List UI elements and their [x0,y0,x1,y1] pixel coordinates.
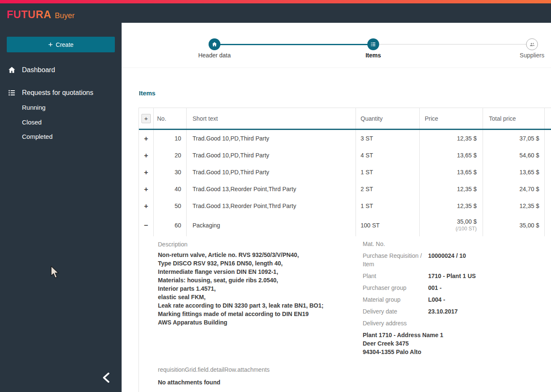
delivery-address-line: Plant 1710 - Address Name 1 [363,331,548,339]
detail-field-row: Delivery date23.10.2017 [363,307,548,316]
item-detail-panel: Description Non-return valve, Article no… [139,236,551,392]
field-value: 10000024 / 10 [428,251,466,268]
row-expander-cell: + [139,164,154,181]
cell-no: 10 [154,130,187,147]
expand-row-button[interactable]: + [144,169,148,176]
cell-no: 60 [154,214,187,236]
column-header-price: Price [420,108,483,129]
column-header-total-price: Total price [483,108,545,129]
cell-clipped [545,147,551,164]
sidebar-item-label: Dashboard [22,66,55,74]
row-expander-cell: − [139,214,154,236]
expand-all-button[interactable]: + [141,114,151,123]
description-text: Non-return valve, Article no. RVS 932/50… [158,251,356,327]
step-circle-header-data[interactable] [209,38,220,50]
people-icon [529,41,535,48]
main-content: Header dataItemsSuppliers Items + No. Sh… [122,23,551,392]
sidebar-subitem-running[interactable]: Running [22,103,46,112]
home-icon [8,66,16,74]
price-value: 35,00 $ [457,218,477,225]
detail-field-row: Delivery address [363,319,548,327]
field-value: 001 - [428,284,442,292]
sidebar-subitem-completed[interactable]: Completed [22,132,53,141]
expand-all-cell: + [139,108,154,129]
create-button-label: Create [56,41,73,48]
field-label: Plant [363,272,428,280]
cell-total-price: 24,70 $ [483,181,545,197]
cell-total-price: 35,00 $ [483,214,545,236]
expand-row-button[interactable]: + [144,186,148,193]
field-label: Purchaser group [363,284,428,292]
column-header-short-text: Short text [187,108,356,129]
cell-clipped [545,214,551,236]
cell-short-text: Trad.Good 10,PD,Third Party [187,164,356,181]
cell-price: 12,35 $ [420,130,483,147]
detail-field-row: Purchase Requisition / Item10000024 / 10 [363,251,548,268]
attachments-empty-text: No attachments found [158,379,270,386]
field-value: 1710 - Plant 1 US [428,272,476,280]
table-row: +30Trad.Good 10,PD,Third Party1 ST13,65 … [139,164,551,181]
description-line: Leak rate according to DIN 3230 part 3, … [158,301,356,310]
cell-price: 13,65 $ [420,147,483,164]
field-label: Material group [363,295,428,304]
cell-quantity: 2 ST [356,181,420,197]
cell-quantity: 100 ST [356,214,420,236]
delivery-address-line: Deer Creek 3475 [363,339,548,348]
cell-short-text: Trad.Good 13,Reorder Point,Thrd Party [187,181,356,197]
cell-quantity: 3 ST [356,130,420,147]
sidebar-item-dashboard[interactable]: Dashboard [0,63,122,77]
cell-clipped [545,197,551,214]
sidebar-collapse-button[interactable] [100,371,113,385]
cell-quantity: 4 ST [356,147,420,164]
table-row: +10Trad.Good 10,PD,Third Party3 ST12,35 … [139,130,551,147]
row-expander-cell: + [139,147,154,164]
list-icon [370,41,376,47]
cell-clipped [545,130,551,147]
cell-short-text: Trad.Good 10,PD,Third Party [187,130,356,147]
description-label: Description [158,241,356,248]
cell-no: 20 [154,147,187,164]
cell-no: 50 [154,197,187,214]
cell-price: 13,65 $ [420,164,483,181]
detail-field-row: Mat. No. [363,240,548,248]
row-expander-cell: + [139,197,154,214]
items-section-title: Items [139,89,155,97]
section-divider [122,68,551,68]
expand-row-button[interactable]: + [144,203,148,210]
home-icon [212,41,217,47]
stepper-connector-todo [373,44,532,45]
create-button[interactable]: + Create [7,37,115,52]
collapse-row-button[interactable]: − [144,222,148,229]
table-header-row: + No. Short text Quantity Price Total pr… [139,108,551,130]
list-icon [8,89,16,97]
cell-short-text: Trad.Good 13,Reorder Point,Thrd Party [187,197,356,214]
column-header-quantity: Quantity [356,108,420,129]
description-line: elastic seal FKM, [158,293,356,301]
cell-short-text: Packaging [187,214,356,236]
table-row: −60Packaging100 ST35,00 $(/100 ST)35,00 … [139,214,551,236]
description-line: Non-return valve, Article no. RVS 932/50… [158,251,356,259]
cell-short-text: Trad.Good 10,PD,Third Party [187,147,356,164]
cell-total-price: 13,65 $ [483,164,545,181]
table-body: +10Trad.Good 10,PD,Third Party3 ST12,35 … [139,130,551,236]
table-row: +50Trad.Good 13,Reorder Point,Thrd Party… [139,197,551,214]
sidebar-item-label: Requests for quotations [22,89,93,97]
expand-row-button[interactable]: + [144,152,148,159]
sidebar-item-requests-for-quotations[interactable]: Requests for quotations [0,86,122,100]
step-label: Header data [185,52,244,59]
row-expander-cell: + [139,181,154,197]
description-line: Intermediate flange version DIN EN 1092-… [158,268,356,276]
stepper-connector-done [214,44,373,45]
sidebar-subitem-closed[interactable]: Closed [22,117,42,127]
expand-row-button[interactable]: + [144,135,148,142]
plus-icon: + [48,41,53,49]
description-line: Type DISCO RSV 932, PN16 DN50, length 40… [158,259,356,268]
step-circle-items[interactable] [367,38,379,50]
step-circle-suppliers[interactable] [526,38,538,50]
field-label: Purchase Requisition / Item [363,251,428,268]
cell-total-price: 54,60 $ [483,147,545,164]
step-label: Items [344,52,403,59]
cell-clipped [545,181,551,197]
brand-gradient-strip [0,0,551,3]
cell-price: 12,35 $ [420,197,483,214]
